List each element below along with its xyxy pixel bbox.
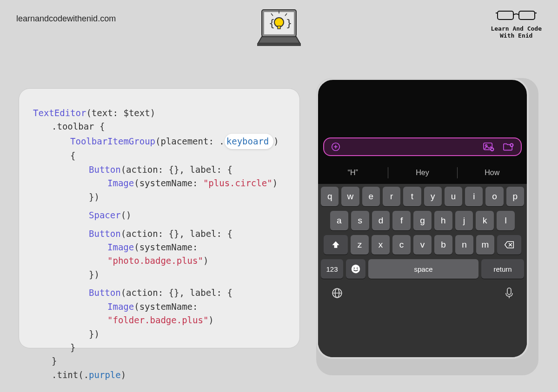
key-w[interactable]: w <box>341 187 359 206</box>
key-h[interactable]: h <box>434 211 452 230</box>
code-token: Button <box>89 287 121 298</box>
key-m[interactable]: m <box>476 235 494 255</box>
code-token: }) <box>89 192 100 202</box>
code-token: ) <box>272 178 278 188</box>
code-token: Spacer <box>89 210 121 220</box>
code-token: ToolbarItemGroup <box>70 136 155 146</box>
code-token: (text: $text) <box>86 108 155 118</box>
key-g[interactable]: g <box>413 211 432 230</box>
keyboard-toolbar <box>323 137 522 156</box>
code-panel: TextEditor(text: $text) .toolbar { Toolb… <box>19 88 300 348</box>
code-token: "folder.badge.plus" <box>107 315 208 325</box>
key-i[interactable]: i <box>465 187 483 206</box>
key-a[interactable]: a <box>330 211 348 230</box>
site-url: learnandcodewithenid.com <box>16 14 116 24</box>
key-emoji[interactable] <box>346 259 365 279</box>
code-token: ) <box>208 315 213 325</box>
svg-point-29 <box>354 268 355 269</box>
code-token: .toolbar { <box>52 121 105 131</box>
code-token: } <box>52 356 57 366</box>
key-k[interactable]: k <box>476 211 494 230</box>
code-highlight-keyboard: keyboard <box>226 136 269 146</box>
code-token: }) <box>89 329 100 339</box>
folder-badge-plus-icon[interactable] <box>502 142 514 152</box>
brand-line2: With Enid <box>491 32 542 39</box>
brand-line1: Learn And Code <box>491 25 542 32</box>
code-token: Image <box>107 301 134 312</box>
key-q[interactable]: q <box>321 187 339 206</box>
code-token: (action: {}, label: { <box>121 287 232 298</box>
globe-icon[interactable] <box>331 287 343 301</box>
key-d[interactable]: d <box>372 211 390 230</box>
phone-preview: “H” Hey How q w e r t y u i o p <box>316 78 538 375</box>
key-b[interactable]: b <box>434 235 452 255</box>
code-token: .tint(. <box>52 370 89 380</box>
plus-circle-icon[interactable] <box>331 142 341 152</box>
code-token: (action: {}, label: { <box>121 229 232 239</box>
svg-rect-5 <box>278 26 280 29</box>
svg-text:}: } <box>286 17 292 29</box>
code-token: } <box>70 342 75 353</box>
key-c[interactable]: c <box>392 235 411 255</box>
key-r[interactable]: r <box>383 187 400 206</box>
photo-badge-plus-icon[interactable] <box>483 142 495 152</box>
code-token: purple <box>89 370 121 380</box>
key-u[interactable]: u <box>445 187 462 206</box>
svg-rect-11 <box>498 11 513 20</box>
svg-rect-3 <box>257 43 301 46</box>
key-v[interactable]: v <box>413 235 432 255</box>
key-y[interactable]: y <box>424 187 442 206</box>
key-n[interactable]: n <box>455 235 473 255</box>
key-f[interactable]: f <box>392 211 411 230</box>
code-token: ) <box>203 255 208 266</box>
code-token: ) <box>121 370 126 380</box>
mic-icon[interactable] <box>505 287 514 301</box>
code-token: (systemName: <box>134 301 198 312</box>
keyboard-suggestions: “H” Hey How <box>318 163 527 183</box>
svg-marker-2 <box>258 37 300 43</box>
code-token: TextEditor <box>33 108 86 118</box>
svg-text:{: { <box>269 17 275 29</box>
code-token: Image <box>107 242 134 252</box>
key-space[interactable]: space <box>368 259 478 279</box>
code-token: Image <box>107 178 134 188</box>
key-e[interactable]: e <box>362 187 380 206</box>
key-shift[interactable] <box>324 235 348 255</box>
key-p[interactable]: p <box>506 187 524 206</box>
code-token: "plus.circle" <box>203 178 272 188</box>
svg-rect-34 <box>507 288 511 294</box>
key-s[interactable]: s <box>351 211 369 230</box>
suggestion[interactable]: Hey <box>388 163 458 183</box>
key-backspace[interactable] <box>497 235 521 255</box>
svg-point-30 <box>357 268 358 269</box>
key-x[interactable]: x <box>372 235 390 255</box>
glasses-icon <box>495 8 538 22</box>
code-token: }) <box>89 269 100 280</box>
keyboard: q w e r t y u i o p a s d f g h <box>318 184 527 357</box>
suggestion[interactable]: “H” <box>318 163 388 183</box>
code-token: Button <box>89 229 121 239</box>
key-123[interactable]: 123 <box>321 259 343 279</box>
code-token: () <box>121 210 132 220</box>
key-o[interactable]: o <box>485 187 503 206</box>
logo-laptop: { } <box>253 7 305 53</box>
svg-point-28 <box>352 265 360 273</box>
code-token: "photo.badge.plus" <box>107 255 203 266</box>
code-token: (systemName: <box>134 242 198 252</box>
code-token: (systemName: <box>134 178 203 188</box>
code-token: (placement: . <box>155 136 225 146</box>
code-token: (action: {}, label: { <box>121 164 232 175</box>
key-return[interactable]: return <box>481 259 524 279</box>
key-z[interactable]: z <box>351 235 369 255</box>
suggestion[interactable]: How <box>457 163 527 183</box>
svg-rect-12 <box>519 11 535 20</box>
key-t[interactable]: t <box>403 187 421 206</box>
brand-block: Learn And Code With Enid <box>491 8 542 39</box>
key-j[interactable]: j <box>455 211 473 230</box>
svg-point-4 <box>274 18 284 27</box>
code-token: Button <box>89 164 121 175</box>
key-l[interactable]: l <box>497 211 515 230</box>
